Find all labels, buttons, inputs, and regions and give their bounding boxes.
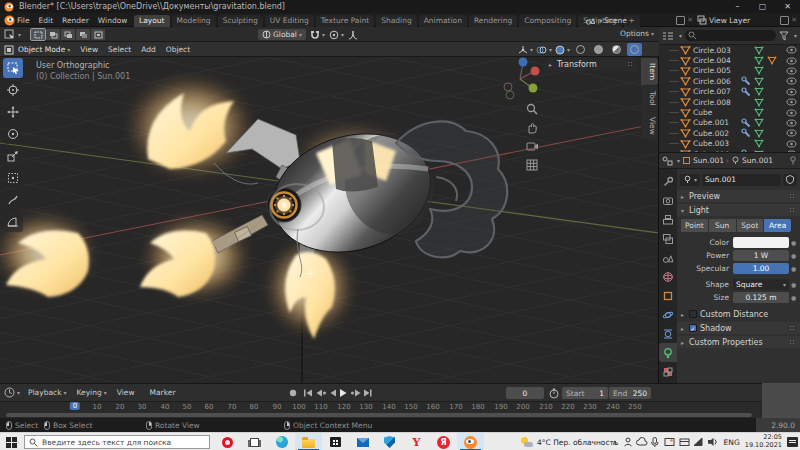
task-view[interactable] xyxy=(241,433,268,450)
custom-properties-panel-header[interactable]: ▸ Custom Properties xyxy=(677,336,800,348)
visibility-eye-icon[interactable] xyxy=(785,57,798,65)
current-frame-field[interactable]: 0 xyxy=(506,387,544,399)
tab-scene-icon[interactable] xyxy=(659,248,677,267)
tray-icons[interactable] xyxy=(623,436,719,448)
mesh-data-icon[interactable] xyxy=(752,87,765,96)
blender[interactable] xyxy=(457,433,484,450)
visibility-eye-icon[interactable] xyxy=(785,129,798,137)
grid-toggle-icon[interactable] xyxy=(526,159,538,171)
tab-texture-icon[interactable] xyxy=(659,362,677,381)
outliner-item[interactable]: Cube.003 xyxy=(663,139,800,149)
editor-type-icon[interactable] xyxy=(4,29,16,40)
frame-tick[interactable]: 160 xyxy=(426,403,439,411)
timeline-menu-item[interactable]: Playback▾ xyxy=(28,388,66,397)
workspace-tab[interactable]: UV Editing xyxy=(265,15,314,27)
modifier-wrench-icon[interactable] xyxy=(739,118,752,128)
weather-widget[interactable]: 4°C Пер. облачность xyxy=(520,433,618,450)
shadow-checkbox[interactable]: ✓ xyxy=(689,324,697,332)
light-panel-header[interactable]: ▾ Light xyxy=(677,204,800,216)
workspace-tab[interactable]: Modeling xyxy=(172,15,216,27)
frame-tick[interactable]: 30 xyxy=(138,403,147,411)
timeline-menu-item[interactable]: View▾ xyxy=(117,388,140,397)
timeline-ruler[interactable]: 0102030405060708090100110120130140150160… xyxy=(0,402,762,413)
blender-menu-icon[interactable] xyxy=(4,15,15,26)
pan-hand-icon[interactable] xyxy=(526,122,538,134)
viewport-menu-item[interactable]: View xyxy=(80,45,98,54)
close-button[interactable]: ✕ xyxy=(775,0,800,13)
tab-object-icon[interactable] xyxy=(659,286,677,305)
mesh-data-icon[interactable] xyxy=(752,77,765,86)
display-mode-icon[interactable] xyxy=(662,31,674,41)
outliner-item[interactable]: Circle.007 xyxy=(663,87,800,97)
outliner-item[interactable]: Cube.001 xyxy=(663,118,800,128)
frame-tick[interactable]: 10 xyxy=(93,403,102,411)
select-mode-intersect-button[interactable] xyxy=(91,29,105,40)
outliner-item[interactable]: Circle.004 xyxy=(663,55,800,65)
viewport-menu-item[interactable]: Select xyxy=(108,45,131,54)
light-type-button[interactable]: Sun xyxy=(709,219,736,232)
modifier-wrench-icon[interactable] xyxy=(739,87,752,97)
remove-view-layer-icon[interactable]: ✕ xyxy=(791,16,797,24)
frame-tick[interactable]: 110 xyxy=(314,403,327,411)
show-gizmo-dropdown[interactable]: ▾ xyxy=(518,45,533,55)
taskbar-search-input[interactable]: Введите здесь текст для поиска xyxy=(24,435,210,449)
timeline-menu-item[interactable]: Marker▾ xyxy=(150,388,181,397)
outliner-search-input[interactable] xyxy=(685,30,776,41)
tab-physics-icon[interactable] xyxy=(659,305,677,324)
start-button[interactable] xyxy=(6,437,17,448)
fake-user-shield-button[interactable] xyxy=(783,174,797,186)
shape-dropdown[interactable]: Square▾ xyxy=(733,279,789,290)
frame-end-field[interactable]: End250 xyxy=(609,387,651,399)
select-mode-subtract-button[interactable] xyxy=(61,29,75,40)
transform-panel-header[interactable]: ▸ Transform xyxy=(545,58,638,71)
id-name-field[interactable]: Sun.001 xyxy=(702,174,781,186)
size-field[interactable]: 0.125 m xyxy=(733,292,789,303)
tray-chevron-icon[interactable]: ∧ xyxy=(612,438,618,447)
visibility-eye-icon[interactable] xyxy=(785,46,798,54)
pin-icon[interactable] xyxy=(789,156,797,165)
viewport-canvas[interactable]: User Orthographic (0) Collection | Sun.0… xyxy=(0,57,659,383)
outliner-item[interactable]: Circle.005 xyxy=(663,66,800,76)
mail[interactable] xyxy=(349,433,376,450)
frame-tick[interactable]: 240 xyxy=(606,403,619,411)
frame-tick[interactable]: 180 xyxy=(471,403,484,411)
new-view-layer-icon[interactable] xyxy=(780,16,789,25)
custom-distance-panel-header[interactable]: ▸ Custom Distance xyxy=(677,308,800,320)
maximize-button[interactable]: ▢ xyxy=(750,0,775,13)
frame-tick[interactable]: 140 xyxy=(382,403,395,411)
workspace-tab[interactable]: Texture Paint xyxy=(316,15,374,27)
outliner-item[interactable]: Circle.008 xyxy=(663,97,800,107)
transform-orientation-dropdown[interactable]: Global ▾ xyxy=(258,29,306,40)
tab-render-icon[interactable] xyxy=(659,191,677,210)
frame-tick[interactable]: 100 xyxy=(292,403,305,411)
light-type-button[interactable]: Spot xyxy=(737,219,764,232)
tab-constraints-icon[interactable] xyxy=(659,324,677,343)
viewport-menu-item[interactable]: Add xyxy=(141,45,156,54)
frame-tick[interactable]: 150 xyxy=(404,403,417,411)
light-type-button[interactable]: Point xyxy=(681,219,708,232)
yandex-browser[interactable]: Я xyxy=(430,433,457,450)
frame-tick[interactable]: 200 xyxy=(516,403,529,411)
specular-slider[interactable]: 1.00 xyxy=(733,263,789,274)
frame-tick[interactable]: 250 xyxy=(628,403,641,411)
frame-tick[interactable]: 80 xyxy=(250,403,259,411)
custom-distance-checkbox[interactable] xyxy=(689,310,697,318)
menu-item[interactable]: Render xyxy=(62,16,89,25)
frame-tick[interactable]: 50 xyxy=(183,403,192,411)
light-type-button[interactable]: Area xyxy=(764,219,791,232)
visibility-eye-icon[interactable] xyxy=(785,67,798,75)
edge[interactable] xyxy=(268,433,295,450)
visibility-eye-icon[interactable] xyxy=(785,98,798,106)
frame-tick[interactable]: 120 xyxy=(337,403,350,411)
sidebar-tab[interactable]: View xyxy=(641,112,658,140)
tool-rotate[interactable] xyxy=(3,124,23,144)
tool-select-box[interactable] xyxy=(3,58,23,78)
outliner-item[interactable]: Circle.006 xyxy=(663,76,800,86)
frame-tick[interactable]: 70 xyxy=(228,403,237,411)
tool-move[interactable] xyxy=(3,102,23,122)
tab-tool-icon[interactable] xyxy=(659,172,677,191)
timeline-editor-icon[interactable] xyxy=(4,387,15,398)
workspace-tab[interactable]: Layout xyxy=(134,15,170,27)
tab-output-icon[interactable] xyxy=(659,210,677,229)
playback-controls[interactable] xyxy=(288,388,372,398)
